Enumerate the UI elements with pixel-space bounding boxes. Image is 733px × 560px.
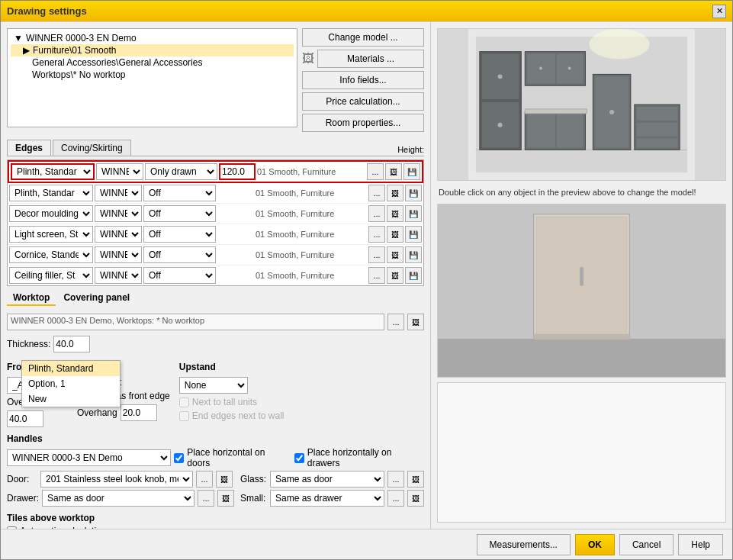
edge-maker-5[interactable]: WINNE bbox=[95, 246, 142, 263]
edge-more-6[interactable]: ... bbox=[368, 267, 385, 284]
action-buttons-group: Change model ... 🖼 Materials ... Info fi… bbox=[302, 28, 424, 132]
edge-maker-3[interactable]: WINNE bbox=[95, 205, 142, 222]
edge-type-6[interactable]: Ceiling filler, St bbox=[9, 267, 93, 284]
edge-save-4[interactable]: 💾 bbox=[405, 226, 422, 243]
edge-style-6[interactable]: Off bbox=[143, 267, 216, 284]
edge-save-6[interactable]: 💾 bbox=[405, 267, 422, 284]
edge-type-3[interactable]: Decor moulding bbox=[9, 205, 93, 222]
edge-save-5[interactable]: 💾 bbox=[405, 246, 422, 263]
door-handle-img[interactable]: 🖼 bbox=[216, 471, 233, 488]
edge-type-2[interactable]: Plinth, Standar bbox=[9, 185, 93, 201]
edge-save-1[interactable]: 💾 bbox=[403, 163, 420, 180]
auto-calc-checkbox[interactable] bbox=[7, 526, 17, 529]
door-handle-select[interactable]: 201 Stainless steel look knob, metal bbox=[40, 471, 193, 488]
edge-more-2[interactable]: ... bbox=[368, 185, 385, 201]
cancel-button[interactable]: Cancel bbox=[619, 534, 674, 555]
edge-style-4[interactable]: Off bbox=[143, 226, 216, 243]
edge-img-5[interactable]: 🖼 bbox=[387, 246, 403, 263]
edge-height-1[interactable] bbox=[219, 163, 256, 180]
edge-maker-1[interactable]: WINNE bbox=[96, 163, 143, 180]
edge-type-5[interactable]: Cornice, Stande bbox=[9, 246, 93, 263]
svg-point-7 bbox=[498, 123, 503, 127]
edge-img-3[interactable]: 🖼 bbox=[387, 205, 403, 222]
edge-save-3[interactable]: 💾 bbox=[405, 205, 422, 222]
edge-type-4[interactable]: Light screen, St bbox=[9, 226, 93, 243]
measurements-button[interactable]: Measurements... bbox=[477, 534, 571, 555]
tree-arrow-root: ▼ bbox=[14, 33, 23, 43]
drawer-handle-select[interactable]: Same as door bbox=[42, 490, 195, 507]
glass-handle-more[interactable]: ... bbox=[387, 471, 404, 488]
edge-img-6[interactable]: 🖼 bbox=[387, 267, 403, 284]
drawer-handle-more[interactable]: ... bbox=[198, 490, 214, 507]
edge-more-5[interactable]: ... bbox=[368, 246, 385, 263]
tree-arrow-furniture: ▶ bbox=[23, 45, 30, 56]
end-edges-wall-checkbox[interactable] bbox=[179, 411, 189, 421]
wardrobe-preview-area[interactable] bbox=[437, 204, 726, 378]
dropdown-item-2[interactable]: Option, 1 bbox=[22, 376, 120, 391]
dropdown-item-1[interactable]: Plinth, Standard bbox=[22, 361, 120, 376]
tab-edges[interactable]: Edges bbox=[7, 140, 51, 156]
upstand-select[interactable]: None bbox=[179, 377, 248, 394]
close-button[interactable]: ✕ bbox=[712, 5, 726, 18]
thickness-input[interactable] bbox=[53, 336, 90, 352]
place-horizontal-drawers-checkbox[interactable] bbox=[294, 453, 304, 463]
next-to-tall-checkbox[interactable] bbox=[179, 397, 189, 407]
next-to-tall-label: Next to tall units bbox=[192, 397, 257, 407]
worktop-tab-covering[interactable]: Covering panel bbox=[57, 291, 136, 306]
bottom-bar: Measurements... OK Cancel Help bbox=[1, 529, 732, 559]
edge-type-1[interactable]: Plinth, Standar bbox=[11, 163, 95, 180]
edge-style-5[interactable]: Off bbox=[143, 246, 216, 263]
edge-maker-2[interactable]: WINNE bbox=[95, 185, 142, 201]
edge-img-1[interactable]: 🖼 bbox=[385, 163, 402, 180]
edge-furniture-3: 01 Smooth, Furniture bbox=[256, 209, 367, 218]
auto-calc-label: Automatic calculation bbox=[20, 526, 106, 529]
edge-more-4[interactable]: ... bbox=[368, 226, 385, 243]
price-calculation-button[interactable]: Price calculation... bbox=[302, 92, 424, 111]
room-properties-button[interactable]: Room properties... bbox=[302, 114, 424, 132]
wardrobe-preview-svg bbox=[438, 204, 725, 377]
ok-button[interactable]: OK bbox=[575, 534, 615, 555]
small-handle-img[interactable]: 🖼 bbox=[407, 490, 424, 507]
edge-style-2[interactable]: Off bbox=[143, 185, 216, 201]
place-horizontal-drawers-label: Place horizontally on drawers bbox=[307, 447, 424, 468]
place-horizontal-doors-checkbox[interactable] bbox=[174, 453, 184, 463]
materials-button[interactable]: Materials ... bbox=[317, 50, 424, 68]
tab-bar-edges: Edges Coving/Skirting Height: bbox=[7, 140, 424, 156]
edge-maker-4[interactable]: WINNE bbox=[95, 226, 142, 243]
info-fields-button[interactable]: Info fields... bbox=[302, 71, 424, 89]
worktop-img-btn[interactable]: 🖼 bbox=[407, 314, 424, 330]
overhang-input-fe[interactable] bbox=[7, 410, 43, 427]
drawer-handle-img[interactable]: 🖼 bbox=[217, 490, 234, 507]
tree-label-worktops: Worktops\* No worktop bbox=[32, 69, 126, 80]
svg-point-6 bbox=[498, 74, 503, 79]
thickness-row: Thickness: bbox=[7, 336, 424, 352]
edge-style-3[interactable]: Off bbox=[143, 205, 216, 222]
edge-more-1[interactable]: ... bbox=[367, 163, 384, 180]
edge-style-1[interactable]: Only drawn bbox=[145, 163, 217, 180]
kitchen-preview-area[interactable] bbox=[437, 28, 726, 181]
change-model-button[interactable]: Change model ... bbox=[302, 28, 424, 47]
tree-item-accessories[interactable]: General Accessories\General Accessories bbox=[11, 56, 294, 69]
worktop-more-btn[interactable]: ... bbox=[387, 314, 404, 330]
tab-coving[interactable]: Coving/Skirting bbox=[53, 140, 131, 156]
worktop-tab-worktop[interactable]: Worktop bbox=[7, 291, 56, 306]
edge-more-3[interactable]: ... bbox=[368, 205, 385, 222]
edge-img-2[interactable]: 🖼 bbox=[387, 185, 403, 201]
glass-handle-img[interactable]: 🖼 bbox=[407, 471, 424, 488]
handles-maker-select[interactable]: WINNER 0000-3 EN Demo bbox=[7, 449, 171, 466]
edge-save-2[interactable]: 💾 bbox=[405, 185, 422, 201]
dropdown-item-3[interactable]: New bbox=[22, 391, 120, 407]
edge-furniture-6: 01 Smooth, Furniture bbox=[256, 271, 367, 280]
edge-maker-6[interactable]: WINNE bbox=[95, 267, 142, 284]
tree-item-furniture[interactable]: ▶ Furniture\01 Smooth bbox=[11, 44, 294, 56]
door-handle-more[interactable]: ... bbox=[196, 471, 213, 488]
tree-item-root[interactable]: ▼ WINNER 0000-3 EN Demo bbox=[11, 32, 294, 44]
help-button[interactable]: Help bbox=[678, 534, 723, 555]
tree-item-worktops[interactable]: Worktops\* No worktop bbox=[11, 69, 294, 81]
glass-handle-select[interactable]: Same as door bbox=[270, 471, 384, 488]
edge-img-4[interactable]: 🖼 bbox=[387, 226, 403, 243]
small-handle-select[interactable]: Same as drawer bbox=[270, 490, 384, 507]
small-handle-more[interactable]: ... bbox=[387, 490, 404, 507]
tiles-section: Tiles above worktop Automatic calculatio… bbox=[7, 513, 424, 529]
overhang-input-ee[interactable] bbox=[121, 404, 157, 421]
